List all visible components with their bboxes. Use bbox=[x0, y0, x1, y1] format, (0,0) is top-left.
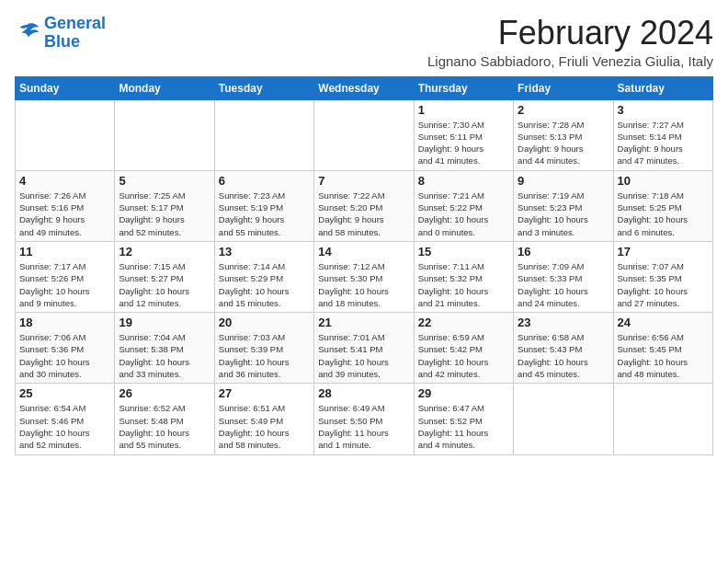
day-info: Sunrise: 6:58 AM Sunset: 5:43 PM Dayligh… bbox=[518, 331, 609, 380]
day-info: Sunrise: 7:18 AM Sunset: 5:25 PM Dayligh… bbox=[618, 190, 709, 238]
weekday-header-row: SundayMondayTuesdayWednesdayThursdayFrid… bbox=[16, 76, 713, 99]
day-info: Sunrise: 6:54 AM Sunset: 5:46 PM Dayligh… bbox=[19, 402, 110, 451]
day-number: 3 bbox=[618, 103, 709, 117]
calendar-cell: 1Sunrise: 7:30 AM Sunset: 5:11 PM Daylig… bbox=[414, 99, 513, 170]
calendar-cell: 18Sunrise: 7:06 AM Sunset: 5:36 PM Dayli… bbox=[16, 313, 115, 384]
day-info: Sunrise: 7:27 AM Sunset: 5:14 PM Dayligh… bbox=[618, 119, 709, 167]
day-number: 2 bbox=[518, 103, 609, 117]
day-info: Sunrise: 7:12 AM Sunset: 5:30 PM Dayligh… bbox=[318, 260, 409, 309]
calendar-cell: 7Sunrise: 7:22 AM Sunset: 5:20 PM Daylig… bbox=[314, 170, 414, 241]
calendar-cell bbox=[314, 99, 414, 170]
day-info: Sunrise: 6:47 AM Sunset: 5:52 PM Dayligh… bbox=[418, 402, 509, 451]
day-info: Sunrise: 7:01 AM Sunset: 5:41 PM Dayligh… bbox=[318, 331, 409, 380]
title-block: February 2024 Lignano Sabbiadoro, Friuli… bbox=[427, 15, 713, 69]
day-info: Sunrise: 7:25 AM Sunset: 5:17 PM Dayligh… bbox=[119, 190, 210, 238]
calendar-cell: 24Sunrise: 6:56 AM Sunset: 5:45 PM Dayli… bbox=[613, 313, 712, 384]
calendar-cell: 17Sunrise: 7:07 AM Sunset: 5:35 PM Dayli… bbox=[613, 241, 712, 312]
calendar-cell: 29Sunrise: 6:47 AM Sunset: 5:52 PM Dayli… bbox=[414, 384, 513, 454]
day-info: Sunrise: 7:22 AM Sunset: 5:20 PM Dayligh… bbox=[318, 190, 409, 238]
day-number: 8 bbox=[418, 174, 509, 188]
calendar-cell: 16Sunrise: 7:09 AM Sunset: 5:33 PM Dayli… bbox=[514, 241, 613, 312]
day-info: Sunrise: 7:21 AM Sunset: 5:22 PM Dayligh… bbox=[418, 190, 509, 238]
calendar-cell: 13Sunrise: 7:14 AM Sunset: 5:29 PM Dayli… bbox=[214, 241, 313, 312]
day-number: 9 bbox=[518, 174, 609, 188]
weekday-header: Monday bbox=[115, 76, 214, 99]
weekday-header: Thursday bbox=[414, 76, 513, 99]
day-number: 12 bbox=[119, 245, 210, 259]
logo-icon bbox=[15, 20, 40, 46]
day-info: Sunrise: 7:19 AM Sunset: 5:23 PM Dayligh… bbox=[518, 190, 609, 238]
day-number: 6 bbox=[219, 174, 310, 188]
calendar-cell: 28Sunrise: 6:49 AM Sunset: 5:50 PM Dayli… bbox=[314, 384, 414, 454]
day-info: Sunrise: 7:17 AM Sunset: 5:26 PM Dayligh… bbox=[19, 260, 110, 309]
calendar-week-row: 11Sunrise: 7:17 AM Sunset: 5:26 PM Dayli… bbox=[16, 241, 713, 312]
day-number: 28 bbox=[318, 386, 409, 400]
day-number: 19 bbox=[119, 316, 210, 329]
day-info: Sunrise: 6:51 AM Sunset: 5:49 PM Dayligh… bbox=[219, 402, 310, 451]
day-number: 27 bbox=[219, 386, 310, 400]
weekday-header: Sunday bbox=[16, 76, 115, 99]
day-info: Sunrise: 7:26 AM Sunset: 5:16 PM Dayligh… bbox=[19, 190, 110, 238]
day-info: Sunrise: 7:04 AM Sunset: 5:38 PM Dayligh… bbox=[119, 331, 210, 380]
calendar-cell: 10Sunrise: 7:18 AM Sunset: 5:25 PM Dayli… bbox=[613, 170, 712, 241]
calendar-cell: 6Sunrise: 7:23 AM Sunset: 5:19 PM Daylig… bbox=[214, 170, 313, 241]
day-number: 25 bbox=[19, 386, 110, 400]
calendar-cell bbox=[115, 99, 214, 170]
day-info: Sunrise: 6:59 AM Sunset: 5:42 PM Dayligh… bbox=[418, 331, 509, 380]
calendar-cell bbox=[16, 99, 115, 170]
day-number: 17 bbox=[618, 245, 709, 259]
calendar-cell: 26Sunrise: 6:52 AM Sunset: 5:48 PM Dayli… bbox=[115, 384, 214, 454]
weekday-header: Friday bbox=[514, 76, 613, 99]
logo-text: General Blue bbox=[44, 15, 106, 52]
calendar-cell bbox=[214, 99, 313, 170]
calendar-cell: 9Sunrise: 7:19 AM Sunset: 5:23 PM Daylig… bbox=[514, 170, 613, 241]
calendar-cell: 15Sunrise: 7:11 AM Sunset: 5:32 PM Dayli… bbox=[414, 241, 513, 312]
day-info: Sunrise: 6:56 AM Sunset: 5:45 PM Dayligh… bbox=[618, 331, 709, 380]
calendar-cell: 20Sunrise: 7:03 AM Sunset: 5:39 PM Dayli… bbox=[214, 313, 313, 384]
day-number: 18 bbox=[19, 316, 110, 329]
day-number: 5 bbox=[119, 174, 210, 188]
day-number: 4 bbox=[19, 174, 110, 188]
page-header: General Blue February 2024 Lignano Sabbi… bbox=[15, 15, 713, 69]
day-info: Sunrise: 7:30 AM Sunset: 5:11 PM Dayligh… bbox=[418, 119, 509, 167]
calendar-cell: 19Sunrise: 7:04 AM Sunset: 5:38 PM Dayli… bbox=[115, 313, 214, 384]
calendar-cell: 5Sunrise: 7:25 AM Sunset: 5:17 PM Daylig… bbox=[115, 170, 214, 241]
day-number: 22 bbox=[418, 316, 509, 329]
calendar-week-row: 25Sunrise: 6:54 AM Sunset: 5:46 PM Dayli… bbox=[16, 384, 713, 454]
day-info: Sunrise: 7:14 AM Sunset: 5:29 PM Dayligh… bbox=[219, 260, 310, 309]
calendar-week-row: 18Sunrise: 7:06 AM Sunset: 5:36 PM Dayli… bbox=[16, 313, 713, 384]
day-info: Sunrise: 7:23 AM Sunset: 5:19 PM Dayligh… bbox=[219, 190, 310, 238]
day-number: 21 bbox=[318, 316, 409, 329]
day-number: 26 bbox=[119, 386, 210, 400]
day-info: Sunrise: 7:28 AM Sunset: 5:13 PM Dayligh… bbox=[518, 119, 609, 167]
day-number: 10 bbox=[618, 174, 709, 188]
day-number: 29 bbox=[418, 386, 509, 400]
calendar-table: SundayMondayTuesdayWednesdayThursdayFrid… bbox=[15, 76, 713, 455]
day-info: Sunrise: 6:52 AM Sunset: 5:48 PM Dayligh… bbox=[119, 402, 210, 451]
day-number: 1 bbox=[418, 103, 509, 117]
day-info: Sunrise: 7:03 AM Sunset: 5:39 PM Dayligh… bbox=[219, 331, 310, 380]
day-number: 11 bbox=[19, 245, 110, 259]
calendar-cell: 25Sunrise: 6:54 AM Sunset: 5:46 PM Dayli… bbox=[16, 384, 115, 454]
weekday-header: Saturday bbox=[613, 76, 712, 99]
calendar-cell: 12Sunrise: 7:15 AM Sunset: 5:27 PM Dayli… bbox=[115, 241, 214, 312]
day-number: 23 bbox=[518, 316, 609, 329]
day-number: 16 bbox=[518, 245, 609, 259]
calendar-cell: 4Sunrise: 7:26 AM Sunset: 5:16 PM Daylig… bbox=[16, 170, 115, 241]
location-subtitle: Lignano Sabbiadoro, Friuli Venezia Giuli… bbox=[427, 53, 713, 69]
calendar-cell bbox=[514, 384, 613, 454]
weekday-header: Wednesday bbox=[314, 76, 414, 99]
day-info: Sunrise: 7:09 AM Sunset: 5:33 PM Dayligh… bbox=[518, 260, 609, 309]
calendar-cell: 14Sunrise: 7:12 AM Sunset: 5:30 PM Dayli… bbox=[314, 241, 414, 312]
day-number: 13 bbox=[219, 245, 310, 259]
weekday-header: Tuesday bbox=[214, 76, 313, 99]
day-info: Sunrise: 7:06 AM Sunset: 5:36 PM Dayligh… bbox=[19, 331, 110, 380]
calendar-cell bbox=[613, 384, 712, 454]
calendar-cell: 22Sunrise: 6:59 AM Sunset: 5:42 PM Dayli… bbox=[414, 313, 513, 384]
calendar-cell: 21Sunrise: 7:01 AM Sunset: 5:41 PM Dayli… bbox=[314, 313, 414, 384]
calendar-week-row: 4Sunrise: 7:26 AM Sunset: 5:16 PM Daylig… bbox=[16, 170, 713, 241]
calendar-cell: 11Sunrise: 7:17 AM Sunset: 5:26 PM Dayli… bbox=[16, 241, 115, 312]
month-title: February 2024 bbox=[427, 15, 713, 52]
logo: General Blue bbox=[15, 15, 106, 52]
day-number: 24 bbox=[618, 316, 709, 329]
